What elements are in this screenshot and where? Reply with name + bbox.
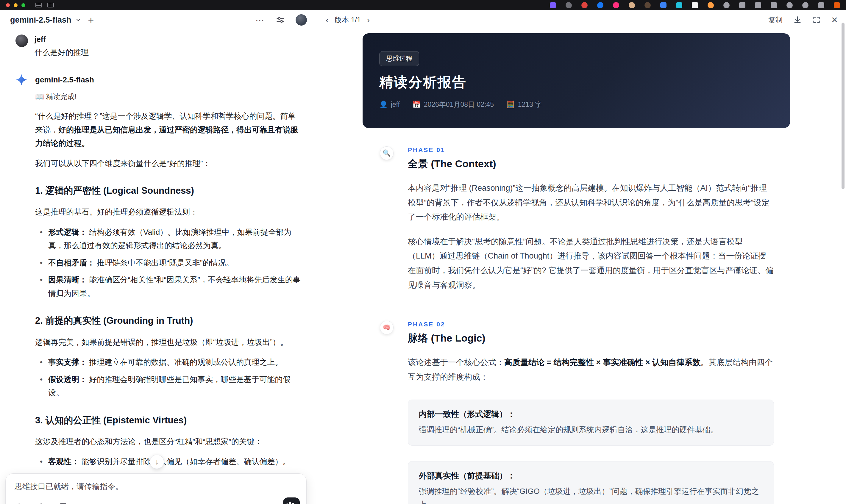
bullet-item: 因果清晰： 能准确区分“相关性”和“因果关系”，不会轻率地将先后发生的事情归为因… <box>35 273 301 300</box>
traffic-light-button[interactable] <box>6 3 10 7</box>
paragraph: “什么是好的推理？”这是一个涉及逻辑学、认知科学和哲学核心的问题。简单来说，好的… <box>35 109 301 150</box>
bullet-item: 事实支撑： 推理建立在可靠的数据、准确的观测或公认的真理之上。 <box>35 356 301 369</box>
window-layout-icon[interactable] <box>47 3 54 7</box>
bullet-item: 形式逻辑： 结构必须有效（Valid）。比如演绎推理中，如果前提全部为真，那么通… <box>35 226 301 253</box>
close-panel-button[interactable]: × <box>831 15 838 25</box>
gemini-star-icon <box>16 74 28 86</box>
status-icon[interactable] <box>550 2 556 8</box>
status-icon[interactable] <box>834 2 840 8</box>
artifact-content[interactable]: 思维过程 精读分析报告 👤 jeff 📅 2026年01月08日 02:45 <box>317 30 846 504</box>
next-version-button[interactable]: › <box>367 16 370 24</box>
meta-icon: 👤 <box>379 101 388 109</box>
artifact-panel: ‹ 版本 1/1 › 复制 × 思维过程 精读分析报告 <box>317 10 846 504</box>
report-hero-card: 思维过程 精读分析报告 👤 jeff 📅 2026年01月08日 02:45 <box>363 33 790 128</box>
phase-section: 🧠 PHASE 02 脉络 (The Logic) 该论述基于一个核心公式：高质… <box>363 321 790 504</box>
meta-text: 1213 字 <box>518 100 542 109</box>
user-avatar[interactable] <box>296 14 307 25</box>
expand-icon <box>812 16 821 24</box>
phase-section: 🔍 PHASE 01 全景 (The Context) 本内容是对“推理 (Re… <box>363 146 790 292</box>
status-icon[interactable] <box>755 2 761 8</box>
phase-title: 脉络 (The Logic) <box>408 331 774 345</box>
meta-icon: 📅 <box>412 101 421 109</box>
card-title: 外部真实性（前提基础）： <box>419 470 763 481</box>
status-icon[interactable] <box>708 2 714 8</box>
meta-item: 📅 2026年01月08日 02:45 <box>412 100 494 109</box>
fullscreen-button[interactable] <box>812 16 821 24</box>
report-meta: 👤 jeff 📅 2026年01月08日 02:45 🧮 12 <box>379 100 773 109</box>
bullet-item: 假设透明： 好的推理会明确指明哪些是已知事实，哪些是基于可能的假设。 <box>35 373 301 400</box>
menubar <box>0 0 846 10</box>
status-icon[interactable] <box>802 2 809 8</box>
card-text: 强调推理的“经验校准”。解决“GIGO（垃圾进，垃圾出）”问题，确保推理引擎运行… <box>419 485 763 504</box>
image-upload-button[interactable] <box>59 502 68 504</box>
report-badge: 思维过程 <box>379 51 419 66</box>
menubar-status-icons <box>550 2 840 8</box>
chat-input[interactable] <box>15 481 270 494</box>
new-chat-button[interactable]: + <box>88 15 94 25</box>
traffic-light-button[interactable] <box>14 3 18 7</box>
report-title: 精读分析报告 <box>379 73 773 92</box>
status-icon[interactable] <box>613 2 619 8</box>
paragraph: 核心情境在于解决“思考的随意性”问题。不论是人类通过批判性思维进行决策，还是大语… <box>408 234 774 292</box>
message-text: 什么是好的推理 <box>35 47 89 58</box>
status-icon[interactable] <box>629 2 635 8</box>
paragraph: 本内容是对“推理 (Reasoning)”这一抽象概念的高层建模。在知识爆炸与人… <box>408 181 774 224</box>
download-button[interactable] <box>793 16 801 24</box>
model-selector[interactable]: gemini-2.5-flash <box>10 16 82 25</box>
status-icon[interactable] <box>676 2 682 8</box>
logic-card: 外部真实性（前提基础）： 强调推理的“经验校准”。解决“GIGO（垃圾进，垃圾出… <box>408 461 774 504</box>
chevron-down-icon <box>75 17 82 23</box>
status-icon[interactable] <box>597 2 603 8</box>
bullet-list: 事实支撑： 推理建立在可靠的数据、准确的观测或公认的真理之上。假设透明： 好的推… <box>35 356 301 400</box>
chat-header: gemini-2.5-flash + ⋯ <box>0 10 317 30</box>
artifact-header: ‹ 版本 1/1 › 复制 × <box>317 10 846 30</box>
copy-button[interactable]: 复制 <box>768 15 782 25</box>
chat-message-list[interactable]: jeff 什么是好的推理 gemini-2.5-flash 📖 精读完成! <box>0 30 317 504</box>
bullet-item: 客观性： 能够识别并尽量排除个人偏见（如幸存者偏差、确认偏差）。 <box>35 455 301 469</box>
scrollbar-thumb[interactable] <box>842 23 845 189</box>
status-icon[interactable] <box>818 2 824 8</box>
brain-icon: 🧠 <box>380 321 393 335</box>
status-icon[interactable] <box>787 2 793 8</box>
scroll-to-bottom-button[interactable]: ↓ <box>150 455 164 469</box>
status-icon[interactable] <box>771 2 777 8</box>
skills-button[interactable] <box>37 502 46 504</box>
assistant-message-body: 📖 精读完成! “什么是好的推理？”这是一个涉及逻辑学、认知科学和哲学核心的问题… <box>35 90 301 504</box>
card-text: 强调推理的“机械正确”。结论必须在给定的规则系统内逻辑自洽，这是推理的硬件基础。 <box>419 423 763 436</box>
status-icon[interactable] <box>645 2 651 8</box>
bullet-item: 不自相矛盾： 推理链条中不能出现“既是又非”的情况。 <box>35 256 301 270</box>
phase-title: 全景 (The Context) <box>408 157 774 171</box>
status-icon[interactable] <box>692 2 698 8</box>
previous-version-button[interactable]: ‹ <box>326 16 329 24</box>
card-title: 内部一致性（形式逻辑）： <box>419 409 763 419</box>
sliders-icon <box>276 16 285 24</box>
logic-cards: 内部一致性（形式逻辑）： 强调推理的“机械正确”。结论必须在给定的规则系统内逻辑… <box>408 400 774 504</box>
status-icon[interactable] <box>581 2 588 8</box>
logic-card: 内部一致性（形式逻辑）： 强调推理的“机械正确”。结论必须在给定的规则系统内逻辑… <box>408 400 774 445</box>
bullet-list: 形式逻辑： 结构必须有效（Valid）。比如演绎推理中，如果前提全部为真，那么通… <box>35 226 301 301</box>
section-heading: 1. 逻辑的严密性 (Logical Soundness) <box>35 183 301 199</box>
spaces-grid-icon[interactable] <box>35 3 42 7</box>
chat-panel: gemini-2.5-flash + ⋯ jeff <box>0 10 317 504</box>
meta-text: 2026年01月08日 02:45 <box>424 100 494 109</box>
meta-item: 👤 jeff <box>379 100 400 109</box>
waveform-icon <box>292 503 294 504</box>
attach-button[interactable] <box>15 502 23 504</box>
version-navigator: ‹ 版本 1/1 › <box>326 15 370 25</box>
model-name: gemini-2.5-flash <box>10 16 71 25</box>
arrow-down-icon: ↓ <box>155 457 159 467</box>
status-icon[interactable] <box>660 2 667 8</box>
voice-input-button[interactable] <box>283 498 300 504</box>
section-heading: 2. 前提的真实性 (Grounding in Truth) <box>35 313 301 329</box>
traffic-light-button[interactable] <box>21 3 25 7</box>
status-icon[interactable] <box>723 2 729 8</box>
model-settings-button[interactable] <box>276 16 285 24</box>
chat-input-card <box>5 473 306 504</box>
more-options-button[interactable]: ⋯ <box>255 15 265 25</box>
sender-name: gemini-2.5-flash <box>35 75 94 85</box>
phase-paragraphs: 本内容是对“推理 (Reasoning)”这一抽象概念的高层建模。在知识爆炸与人… <box>408 181 774 292</box>
status-icon[interactable] <box>566 2 572 8</box>
status-icon[interactable] <box>739 2 745 8</box>
meta-item: 🧮 1213 字 <box>506 100 542 109</box>
waveform-icon <box>289 502 291 504</box>
